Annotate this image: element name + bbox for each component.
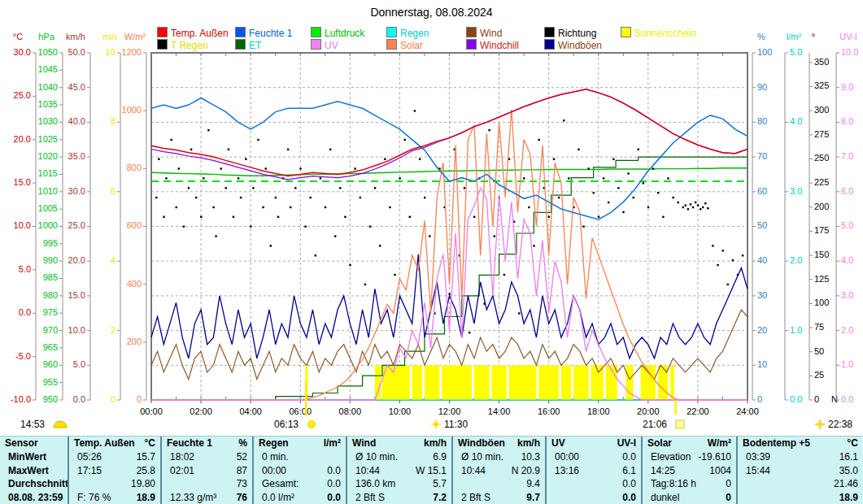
stats-value: 0.0 — [622, 450, 636, 464]
stats-header-text: Bodentemp +5 — [743, 437, 810, 450]
stats-cell: Durchschnitt — [0, 477, 68, 491]
axis-label: 3.0 — [841, 290, 853, 300]
stats-column-header: UVUV-I — [547, 437, 641, 450]
stats-column-header: Bodentemp +5°C — [738, 437, 863, 450]
series-sunshine — [474, 365, 489, 400]
time-annotation: 14:53 — [20, 419, 45, 430]
time-annotation: 11:30 — [444, 419, 468, 430]
stats-value: 0.0 — [622, 477, 636, 491]
stats-column-header: Windböenkm/h — [453, 437, 545, 450]
stats-cell: 10:44W 15.1 — [347, 464, 451, 478]
stats-cell: Tag:8:16 h0 — [643, 477, 736, 491]
stats-value: 18.9 — [839, 491, 858, 504]
stats-value: Ø 10 min. — [458, 450, 503, 464]
axis-label: 50.0 — [68, 47, 85, 57]
stats-cell: 0.0 — [547, 491, 641, 504]
stats-column-uv: UVUV-I00:000.013:166.10.00.0 — [545, 437, 641, 504]
axis-label: 2 — [111, 325, 116, 335]
stats-value: 0 — [726, 477, 731, 491]
stats-cell: 05:2615.7 — [69, 450, 160, 464]
stats-column-header: Temp. Außen°C — [69, 437, 160, 450]
axis-label: 10.0 — [841, 47, 858, 57]
axis-label: 50 — [814, 346, 824, 356]
stats-value: Ø 10 min. — [352, 450, 398, 464]
series-sunshine — [561, 365, 571, 400]
stats-cell: 14:251004 — [643, 464, 736, 478]
axis-label: 18:00 — [587, 406, 610, 416]
axis-label: 1040 — [38, 82, 58, 92]
stats-cell: 0 min. — [254, 450, 346, 464]
stats-column-windb-en: Windböenkm/hØ 10 min.10.310:44N 20.99.42… — [451, 437, 545, 504]
stats-cell: dunkel0 — [643, 491, 736, 504]
axis-label: 800 — [127, 163, 142, 172]
axis-label: 30 — [757, 290, 767, 300]
stats-value: 08.08. 23:59 — [5, 491, 63, 504]
axis-label: 70 — [757, 151, 767, 161]
axis-label: 2.0 — [790, 255, 802, 265]
stats-header-text: km/h — [517, 437, 540, 450]
axis-label: 75 — [814, 322, 824, 332]
stats-cell: Ø 10 min.6.9 — [347, 450, 451, 464]
axis-label: 10.0 — [14, 220, 31, 230]
axis-label: 25 — [814, 370, 824, 380]
stats-value: 21.46 — [834, 477, 858, 491]
sun-time-marker — [305, 380, 307, 416]
axis-label: 8.0 — [841, 116, 853, 126]
axis-label: 90 — [757, 82, 767, 92]
axis-label: 06:00 — [289, 406, 312, 416]
axis-label: 200 — [814, 202, 829, 211]
stats-header-text: Solar — [647, 437, 672, 450]
axis-label: 45.0 — [68, 82, 85, 92]
axis-label: -10.0 — [11, 394, 31, 404]
series-sunshine — [382, 365, 410, 400]
axis-label: 30.0 — [68, 186, 85, 196]
stats-cell: MinWert — [0, 450, 68, 464]
axis-label: 15.0 — [68, 290, 85, 300]
axis-label: % — [757, 32, 765, 41]
axis-label: 6.0 — [841, 186, 853, 196]
axis-label: 980 — [43, 290, 58, 300]
stats-value: 00:00 — [551, 450, 579, 464]
stats-cell: 2 Bft S7.2 — [347, 491, 451, 504]
axis-label: 15.0 — [14, 177, 31, 187]
stats-value: 35.0 — [839, 464, 858, 478]
axis-label: 400 — [127, 279, 142, 289]
axis-label: 14:00 — [488, 406, 511, 416]
stats-value — [458, 477, 461, 491]
stats-cell: 2 Bft S9.7 — [453, 491, 545, 504]
stats-header-text: km/h — [424, 437, 447, 450]
axis-label: 0.0 — [790, 394, 802, 404]
stats-column-regen: Regenl/m²0 min.00:000.0Gesamt:0.00.0 l/m… — [252, 437, 346, 504]
weather-day-graph-app: Donnerstag, 08.08.2024 Temp. AußenFeucht… — [0, 0, 863, 504]
axis-label: 1045 — [38, 64, 58, 74]
axis-label: 4.0 — [790, 116, 802, 126]
stats-column-wind: Windkm/hØ 10 min.6.910:44W 15.1136.0 km5… — [346, 437, 451, 504]
stats-column-bodentemp-5: Bodentemp +5°C03:3916.115:4435.021.4618.… — [736, 437, 863, 504]
axis-label: 970 — [43, 325, 58, 335]
stats-value: 2 Bft S — [458, 491, 490, 504]
stats-value: 16.1 — [839, 450, 858, 464]
stats-value: 25.8 — [137, 464, 155, 478]
axis-label: 985 — [43, 272, 58, 282]
stats-value: 2 Bft S — [352, 491, 385, 504]
stats-cell: 17:1525.8 — [69, 464, 160, 478]
axis-label: 1000 — [38, 220, 58, 230]
axis-label: 1010 — [38, 186, 58, 196]
axis-label: 200 — [127, 337, 142, 346]
stats-column-temp-au-en: Temp. Außen°C05:2615.717:1525.819.80F: 7… — [68, 437, 160, 504]
axis-label: 25.0 — [68, 220, 85, 230]
axis-label: min — [102, 32, 117, 41]
stats-cell: MaxWert — [0, 464, 68, 478]
stats-cell: 10:44N 20.9 — [453, 464, 545, 478]
stats-cell: 19.80 — [69, 477, 160, 491]
series-sunshine — [412, 365, 422, 400]
stats-value: 18:02 — [167, 450, 194, 464]
stats-cell: 73 — [162, 477, 252, 491]
axis-label: 275 — [814, 129, 829, 139]
axis-label: 16:00 — [538, 406, 560, 416]
axis-label: 5.0 — [19, 264, 31, 274]
stats-cell: 03:3916.1 — [738, 450, 863, 464]
axis-label: 250 — [814, 153, 829, 163]
series-sunshine — [658, 365, 668, 400]
series-sunshine — [375, 365, 381, 400]
